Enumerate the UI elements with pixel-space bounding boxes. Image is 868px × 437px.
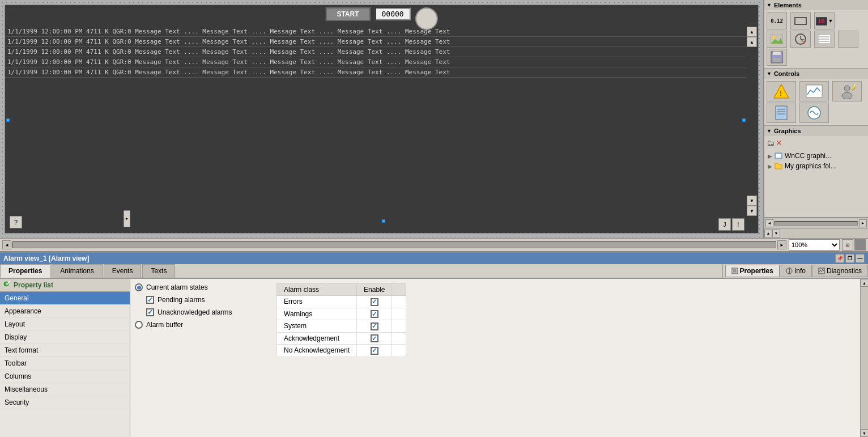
graphics-item-wincc-label: WnCC graphi... bbox=[785, 152, 831, 160]
current-alarm-states-radio[interactable]: Current alarm states bbox=[135, 283, 248, 291]
alarm-row: 1/1/1999 12:00:00 PM 4711 K QGR:0 Messag… bbox=[5, 67, 747, 78]
graphics-item-myfolder[interactable]: ▶ My graphics fol... bbox=[765, 161, 867, 171]
alarm-buffer-label: Alarm buffer bbox=[146, 321, 183, 329]
rectangle-icon[interactable] bbox=[790, 12, 811, 29]
hscroll-right-btn[interactable]: ► bbox=[777, 240, 786, 249]
elements-section-header[interactable]: ▼ Elements bbox=[764, 0, 868, 10]
system-checkbox[interactable]: ✓ bbox=[371, 323, 378, 330]
noack-checkbox[interactable]: ✓ bbox=[371, 347, 378, 355]
svg-rect-12 bbox=[773, 58, 781, 62]
svg-point-16 bbox=[844, 86, 850, 91]
list-icon[interactable] bbox=[814, 31, 835, 48]
ack-checkbox[interactable]: ✓ bbox=[371, 334, 378, 342]
table-row: No Acknowledgement ✓ bbox=[277, 345, 406, 357]
prop-item-textformat[interactable]: Text format bbox=[0, 344, 130, 357]
current-alarm-states-radio-btn bbox=[135, 283, 143, 291]
graphics-toolbar-icon1[interactable]: 🗂 bbox=[767, 138, 775, 147]
alarm-class-header: Alarm class bbox=[277, 284, 357, 296]
graphics-item-wincc[interactable]: ▶ WnCC graphi... bbox=[765, 151, 867, 161]
errors-checkbox[interactable]: ✓ bbox=[371, 298, 378, 306]
j-button[interactable]: J bbox=[718, 218, 731, 231]
svg-text:🔑: 🔑 bbox=[851, 83, 856, 91]
scroll-up-button[interactable]: ▲ bbox=[747, 27, 757, 37]
alarm-class-system: System bbox=[277, 320, 357, 333]
zoom-select[interactable]: 100% 50% 75% 125% 150% 200% bbox=[789, 239, 840, 251]
properties-tabs: Properties Animations Events Texts Prope… bbox=[0, 264, 868, 278]
diagnostics-control-icon[interactable] bbox=[799, 103, 829, 123]
unacknowledged-checkbox[interactable]: ✓ Unacknowledged alarms bbox=[146, 308, 248, 316]
tab-texts[interactable]: Texts bbox=[142, 264, 175, 278]
props-vscrollbar: ▲ ▼ bbox=[860, 279, 868, 437]
tab-animations[interactable]: Animations bbox=[52, 264, 102, 278]
scroll-up-button2[interactable]: ▲ bbox=[747, 37, 757, 47]
scroll-down-button[interactable]: ▼ bbox=[747, 196, 757, 206]
chart-control-icon[interactable] bbox=[799, 81, 829, 101]
pending-alarms-check: ✓ bbox=[146, 296, 154, 304]
prop-item-general[interactable]: General bbox=[0, 292, 130, 305]
clock-icon[interactable]: 5 bbox=[790, 31, 811, 48]
prop-item-miscellaneous[interactable]: Miscellaneous bbox=[0, 383, 130, 396]
props-scroll-up[interactable]: ▲ bbox=[861, 279, 869, 287]
empty-icon[interactable] bbox=[838, 31, 858, 48]
svg-text:5: 5 bbox=[801, 38, 805, 45]
alarm-buffer-radio[interactable]: Alarm buffer bbox=[135, 321, 248, 329]
alarm-class-noack: No Acknowledgement bbox=[277, 345, 357, 357]
property-list-header: ✓ Property list bbox=[0, 279, 130, 292]
hscroll-left-btn[interactable]: ◄ bbox=[2, 240, 11, 249]
panel-scroll-up[interactable]: ▲ bbox=[764, 230, 772, 237]
controls-label: Controls bbox=[774, 70, 799, 77]
restore-window-button[interactable]: ❐ bbox=[845, 254, 854, 263]
pending-alarms-label: Pending alarms bbox=[158, 296, 205, 304]
floppy-icon[interactable] bbox=[767, 49, 787, 66]
counter-display: 00000 bbox=[375, 7, 410, 20]
svg-rect-25 bbox=[776, 154, 781, 158]
status-btn1[interactable]: ⊞ bbox=[842, 239, 853, 251]
recipe-control-icon[interactable] bbox=[767, 103, 796, 123]
enable-header: Enable bbox=[357, 284, 392, 296]
status-bar: ◄ ► 100% 50% 75% 125% 150% 200% ⊞ bbox=[0, 238, 868, 252]
hscroll-track[interactable] bbox=[12, 241, 776, 248]
exclaim-button[interactable]: ! bbox=[732, 218, 744, 231]
pending-alarms-checkbox[interactable]: ✓ Pending alarms bbox=[146, 296, 248, 304]
graphics-toolbar-icon2[interactable]: ✕ bbox=[776, 138, 782, 147]
prop-item-security[interactable]: Security bbox=[0, 396, 130, 409]
image-icon[interactable] bbox=[767, 31, 787, 48]
info-tab-properties[interactable]: Properties bbox=[725, 265, 780, 277]
segment-display-icon[interactable]: 10 ▼ bbox=[814, 12, 835, 29]
info-tab-info[interactable]: i Info bbox=[780, 265, 812, 277]
scroll-down-button2[interactable]: ▼ bbox=[747, 206, 757, 216]
pin-window-button[interactable]: 📌 bbox=[835, 254, 844, 263]
alarm-class-warnings: Warnings bbox=[277, 308, 357, 320]
panel-scroll-left[interactable]: ◄ bbox=[765, 219, 773, 227]
help-button[interactable]: ? bbox=[10, 216, 22, 228]
info-tab-info-label: Info bbox=[794, 267, 806, 275]
minimize-window-button[interactable]: — bbox=[856, 254, 865, 263]
prop-item-display[interactable]: Display bbox=[0, 331, 130, 344]
table-row: System ✓ bbox=[277, 320, 406, 333]
number-display-icon[interactable]: 0.12 bbox=[767, 12, 787, 29]
alarm-states-section: Current alarm states ✓ Pending alarms ✓ … bbox=[135, 283, 856, 357]
property-detail-panel: Current alarm states ✓ Pending alarms ✓ … bbox=[130, 279, 860, 437]
tab-properties[interactable]: Properties bbox=[0, 264, 50, 278]
panel-scroll-down[interactable]: ▼ bbox=[772, 230, 780, 237]
start-button[interactable]: START bbox=[325, 7, 370, 21]
property-list-title: Property list bbox=[14, 281, 53, 289]
user-control-icon[interactable]: 🔑 bbox=[832, 81, 862, 101]
prop-item-toolbar[interactable]: Toolbar bbox=[0, 357, 130, 370]
controls-section-header[interactable]: ▼ Controls bbox=[764, 69, 868, 79]
graphics-section-header[interactable]: ▼ Graphics bbox=[764, 126, 868, 136]
elements-chevron-icon: ▼ bbox=[767, 2, 772, 8]
panel-scroll-right[interactable]: ► bbox=[859, 219, 867, 227]
tab-events[interactable]: Events bbox=[104, 264, 142, 278]
status-btn2[interactable] bbox=[854, 239, 866, 251]
prop-item-columns[interactable]: Columns bbox=[0, 370, 130, 383]
prop-item-appearance[interactable]: Appearance bbox=[0, 305, 130, 318]
info-tab-diagnostics[interactable]: Diagnostics bbox=[812, 265, 868, 277]
graphics-chevron-icon: ▼ bbox=[767, 128, 772, 134]
prop-item-layout[interactable]: Layout bbox=[0, 318, 130, 331]
warnings-checkbox[interactable]: ✓ bbox=[371, 310, 378, 318]
svg-rect-11 bbox=[773, 52, 781, 55]
warning-control-icon[interactable]: ! bbox=[767, 81, 796, 101]
props-scroll-down[interactable]: ▼ bbox=[861, 429, 869, 437]
table-row: Errors ✓ bbox=[277, 296, 406, 308]
